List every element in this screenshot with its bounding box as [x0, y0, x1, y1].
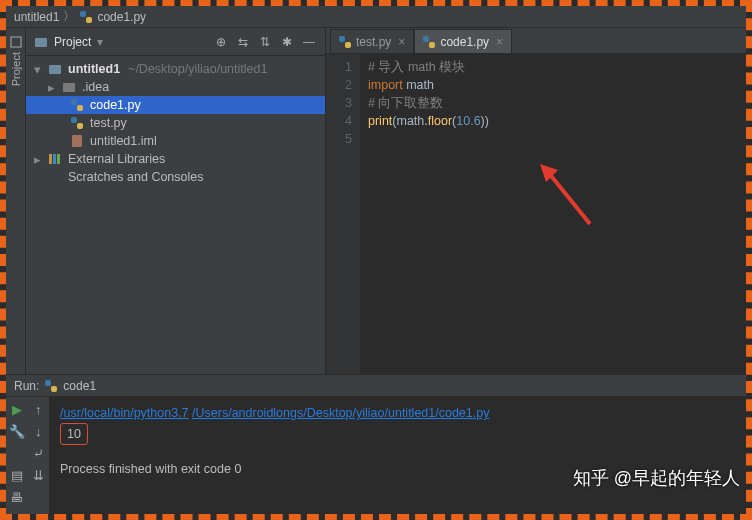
breadcrumb-project[interactable]: untitled1 — [14, 10, 59, 24]
watermark: 知乎 @早起的年轻人 — [573, 466, 740, 490]
svg-rect-15 — [339, 36, 345, 42]
tree-root[interactable]: ▾untitled1~/Desktop/yiliao/untitled1 — [26, 60, 325, 78]
tree-code1[interactable]: code1.py — [26, 96, 325, 114]
left-tool-strip: Project — [6, 28, 26, 374]
svg-rect-1 — [86, 17, 92, 23]
svg-rect-12 — [53, 154, 56, 164]
collapse-icon[interactable]: ⇅ — [257, 34, 273, 50]
line-gutter: 12345 — [326, 54, 360, 374]
down-icon[interactable]: ↓ — [30, 423, 46, 439]
editor-tabs: test.py× code1.py× — [326, 28, 746, 54]
script-link[interactable]: /Users/androidlongs/Desktop/yiliao/untit… — [192, 406, 489, 420]
svg-rect-8 — [71, 117, 77, 123]
python-file-icon — [70, 116, 84, 130]
library-icon — [48, 152, 62, 166]
close-icon[interactable]: × — [496, 35, 503, 49]
svg-rect-9 — [77, 123, 83, 129]
run-toolbar: ▶ 🔧 ▤ 🖶 ↑ ↓ ⤶ ⇊ — [6, 397, 50, 514]
output-value: 10 — [60, 423, 88, 445]
project-tool-label[interactable]: Project — [10, 52, 22, 86]
project-header: Project ▾ ⊕ ⇆ ⇅ ✱ — — [26, 28, 325, 56]
breadcrumb: untitled1 〉 code1.py — [6, 6, 746, 28]
ide-window: untitled1 〉 code1.py Project Project ▾ ⊕… — [6, 6, 746, 514]
console-output[interactable]: /usr/local/bin/python3.7 /Users/androidl… — [50, 397, 746, 514]
project-title: Project — [54, 35, 91, 49]
run-label: Run: — [14, 379, 39, 393]
dropdown-icon[interactable]: ▾ — [97, 35, 103, 49]
svg-rect-7 — [77, 105, 83, 111]
svg-rect-3 — [35, 38, 47, 47]
python-file-icon — [45, 380, 57, 392]
folder-icon — [62, 80, 76, 94]
run-header: Run: code1 — [6, 375, 746, 397]
python-file-icon — [423, 36, 435, 48]
python-file-icon — [339, 36, 351, 48]
run-panel: Run: code1 ▶ 🔧 ▤ 🖶 ↑ ↓ ⤶ ⇊ — [6, 374, 746, 514]
breadcrumb-sep: 〉 — [63, 8, 75, 25]
tab-test[interactable]: test.py× — [330, 29, 414, 53]
project-panel: Project ▾ ⊕ ⇆ ⇅ ✱ — ▾untitled1~/Desktop/… — [26, 28, 326, 374]
svg-rect-10 — [72, 135, 82, 147]
close-icon[interactable]: × — [398, 35, 405, 49]
interpreter-link[interactable]: /usr/local/bin/python3.7 — [60, 406, 189, 420]
breadcrumb-file[interactable]: code1.py — [97, 10, 146, 24]
project-tool-icon[interactable] — [10, 36, 22, 48]
print-icon[interactable]: 🖶 — [9, 489, 25, 505]
svg-rect-22 — [51, 386, 57, 392]
stop-icon[interactable] — [9, 445, 25, 461]
expand-icon[interactable]: ⇆ — [235, 34, 251, 50]
code-editor[interactable]: 12345 # 导入 math 模块import math# 向下取整数prin… — [326, 54, 746, 374]
layout-icon[interactable]: ▤ — [9, 467, 25, 483]
folder-icon — [48, 62, 62, 76]
tree-iml[interactable]: untitled1.iml — [26, 132, 325, 150]
svg-point-14 — [50, 172, 60, 182]
file-icon — [70, 134, 84, 148]
project-icon — [34, 35, 48, 49]
tab-code1[interactable]: code1.py× — [414, 29, 512, 53]
settings-icon[interactable]: ✱ — [279, 34, 295, 50]
svg-rect-18 — [429, 42, 435, 48]
tree-external-libs[interactable]: ▸External Libraries — [26, 150, 325, 168]
svg-line-19 — [548, 172, 590, 224]
run-config-name[interactable]: code1 — [63, 379, 96, 393]
annotation-arrow-icon — [540, 164, 600, 234]
tree-scratches[interactable]: ▸Scratches and Consoles — [26, 168, 325, 186]
svg-rect-17 — [423, 36, 429, 42]
soft-wrap-icon[interactable]: ⤶ — [30, 445, 46, 461]
up-icon[interactable]: ↑ — [30, 401, 46, 417]
svg-rect-5 — [63, 83, 75, 92]
svg-rect-6 — [71, 99, 77, 105]
svg-rect-11 — [49, 154, 52, 164]
wrench-icon[interactable]: 🔧 — [9, 423, 25, 439]
svg-rect-21 — [45, 380, 51, 386]
rerun-icon[interactable]: ▶ — [9, 401, 25, 417]
code-source[interactable]: # 导入 math 模块import math# 向下取整数print(math… — [360, 54, 746, 374]
project-tree: ▾untitled1~/Desktop/yiliao/untitled1 ▸.i… — [26, 56, 325, 374]
python-file-icon — [70, 98, 84, 112]
tree-idea[interactable]: ▸.idea — [26, 78, 325, 96]
scratch-icon — [48, 170, 62, 184]
scroll-icon[interactable]: ⇊ — [30, 467, 46, 483]
svg-rect-0 — [80, 11, 86, 17]
svg-rect-4 — [49, 65, 61, 74]
svg-rect-2 — [11, 37, 21, 47]
editor-area: test.py× code1.py× 12345 # 导入 math 模块imp… — [326, 28, 746, 374]
python-file-icon — [79, 10, 93, 24]
hide-icon[interactable]: — — [301, 34, 317, 50]
locate-icon[interactable]: ⊕ — [213, 34, 229, 50]
tree-test[interactable]: test.py — [26, 114, 325, 132]
svg-rect-13 — [57, 154, 60, 164]
svg-rect-16 — [345, 42, 351, 48]
svg-marker-20 — [540, 164, 558, 182]
